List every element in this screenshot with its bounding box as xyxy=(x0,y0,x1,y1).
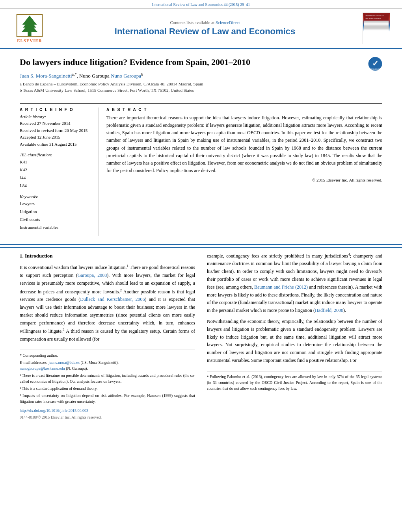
svg-rect-0 xyxy=(28,32,31,36)
elsevier-tree-icon xyxy=(14,14,45,37)
sciencedirect-line: Contents lists available at ScienceDirec… xyxy=(51,20,359,25)
journal-title: International Review of Law and Economic… xyxy=(51,26,359,37)
available: Available online 31 August 2015 xyxy=(20,141,92,148)
abstract-col: A B S T R A C T There are important theo… xyxy=(106,108,382,236)
article-info-col: A R T I C L E I N F O Article history: R… xyxy=(20,108,99,236)
received1: Received 27 November 2014 xyxy=(20,120,92,127)
ref-hadfield[interactable]: Hadfield, 2000 xyxy=(315,308,343,313)
ref-dulleck[interactable]: Dulleck and Kerschbamer, 2006 xyxy=(80,297,145,302)
footnote3: ³ Impacts of uncertainty on litigation d… xyxy=(20,393,195,404)
header-center: Contents lists available at ScienceDirec… xyxy=(51,20,359,37)
journal-header: ELSEVIER Contents lists available at Sci… xyxy=(0,9,402,49)
blue-divider xyxy=(0,244,402,245)
elsevier-text: ELSEVIER xyxy=(17,38,42,43)
right-para1: example, contingency fees are strictly p… xyxy=(207,252,382,315)
keywords: Lawyers Litigation Civil courts Instrume… xyxy=(20,200,92,231)
ref-baumann[interactable]: Baumann and Friehe (2012) xyxy=(254,284,308,290)
affiliation-b: b Texas A&M University Law School, 1515 … xyxy=(20,87,360,94)
footnote4: ⁴ Following Palumbo et al. (2013), conti… xyxy=(207,374,382,391)
article-info-label: A R T I C L E I N F O xyxy=(20,108,92,112)
footnote-email: E-mail addresses: juans.mora@bde.es (J.S… xyxy=(20,360,195,371)
elsevier-logo-block: ELSEVIER xyxy=(8,14,51,43)
footnote2: ² This is a standard application of dema… xyxy=(20,386,195,391)
copyright: © 2015 Elsevier Inc. All rights reserved… xyxy=(106,178,382,182)
affiliation-a: a Banco de España – Eurosystem, Economic… xyxy=(20,81,360,87)
authors: Juan S. Mora-Sanguinettia,*, Nuno Garoup… xyxy=(20,72,360,79)
keywords-label: Keywords: xyxy=(20,194,92,199)
ref-garoupa[interactable]: Garoupa, 2008 xyxy=(78,272,107,278)
intro-heading: 1. Introduction xyxy=(20,252,195,260)
svg-text:CrossMark: CrossMark xyxy=(370,68,380,70)
right-footnotes: ⁴ Following Palumbo et al. (2013), conti… xyxy=(207,371,382,391)
jel-codes: K41 K42 J44 L84 xyxy=(20,158,92,189)
article-title: Do lawyers induce litigation? Evidence f… xyxy=(20,57,360,68)
body-section: 1. Introduction It is conventional wisdo… xyxy=(0,247,402,428)
footnotes-left: * Corresponding author. E-mail addresses… xyxy=(20,350,195,421)
article-history: Article history: Received 27 November 20… xyxy=(20,114,92,148)
body-two-col: 1. Introduction It is conventional wisdo… xyxy=(20,252,382,421)
affiliations: a Banco de España – Eurosystem, Economic… xyxy=(20,81,360,94)
article-info-abstract: A R T I C L E I N F O Article history: R… xyxy=(20,103,382,236)
email1-link[interactable]: juans.mora@bde.es xyxy=(48,360,80,365)
crossmark-icon[interactable]: ✓ CrossMark xyxy=(368,57,382,71)
body-left-col: 1. Introduction It is conventional wisdo… xyxy=(20,252,195,421)
author2-link[interactable]: Nuno Garoupa xyxy=(110,73,141,79)
article-header: Do lawyers induce litigation? Evidence f… xyxy=(0,49,402,244)
journal-cover-thumb: International Review ofLaw and Economics xyxy=(363,13,390,44)
jel-classification: JEL classification: K41 K42 J44 L84 xyxy=(20,152,92,189)
email2-link[interactable]: nunogaorupa@law.tamu.edu xyxy=(20,366,65,371)
abstract-label: A B S T R A C T xyxy=(106,108,382,112)
jel-label: JEL classification: xyxy=(20,152,92,157)
svg-text:✓: ✓ xyxy=(372,59,379,68)
accepted: Accepted 12 June 2015 xyxy=(20,134,92,141)
journal-citation-line: International Review of Law and Economic… xyxy=(0,0,402,9)
doi-link[interactable]: http://dx.doi.org/10.1016/j.irle.2015.06… xyxy=(20,408,195,414)
sciencedirect-link[interactable]: ScienceDirect xyxy=(216,20,240,25)
author1-link[interactable]: Juan S. Mora-Sanguinetti xyxy=(20,73,72,79)
article-history-label: Article history: xyxy=(20,114,92,119)
body-right-col: example, contingency fees are strictly p… xyxy=(207,252,382,421)
received-revised: Received in revised form 26 May 2015 xyxy=(20,127,92,134)
abstract-text: There are important theoretical reasons … xyxy=(106,114,382,175)
footnote-star: * Corresponding author. xyxy=(20,352,195,358)
page: International Review of Law and Economic… xyxy=(0,0,402,532)
right-para2: Notwithstanding the economic theory, emp… xyxy=(207,318,382,365)
issn: 0144-8188/© 2015 Elsevier Inc. All right… xyxy=(20,414,195,421)
footnote1: ¹ There is a vast literature on possible… xyxy=(20,373,195,384)
intro-para1: It is conventional wisdom that lawyers i… xyxy=(20,263,195,343)
keywords-section: Keywords: Lawyers Litigation Civil court… xyxy=(20,194,92,231)
